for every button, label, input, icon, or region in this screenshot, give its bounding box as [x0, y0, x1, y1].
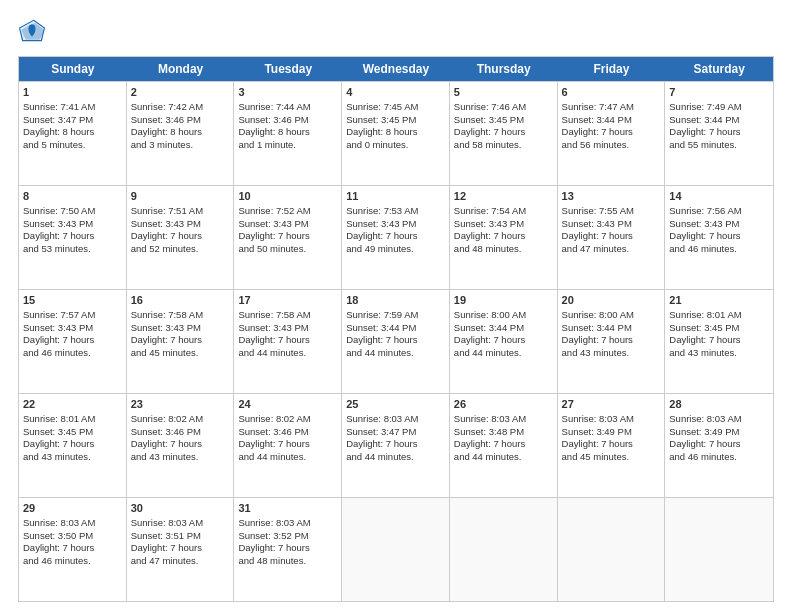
day-number: 2 — [131, 85, 230, 100]
calendar-row: 8Sunrise: 7:50 AMSunset: 3:43 PMDaylight… — [19, 185, 773, 289]
day-number: 10 — [238, 189, 337, 204]
day-info-line: Daylight: 7 hours — [23, 542, 122, 555]
day-info-line: Sunrise: 7:54 AM — [454, 205, 553, 218]
day-info-line: Sunrise: 7:41 AM — [23, 101, 122, 114]
day-number: 1 — [23, 85, 122, 100]
calendar-cell: 21Sunrise: 8:01 AMSunset: 3:45 PMDayligh… — [665, 290, 773, 393]
day-info-line: Daylight: 7 hours — [562, 438, 661, 451]
day-number: 15 — [23, 293, 122, 308]
calendar-row: 15Sunrise: 7:57 AMSunset: 3:43 PMDayligh… — [19, 289, 773, 393]
day-info-line: Sunrise: 7:55 AM — [562, 205, 661, 218]
day-info-line: Sunset: 3:43 PM — [131, 218, 230, 231]
day-info-line: Daylight: 8 hours — [346, 126, 445, 139]
weekday-header: Monday — [127, 57, 235, 81]
weekday-header: Thursday — [450, 57, 558, 81]
day-info-line: Sunrise: 8:02 AM — [131, 413, 230, 426]
day-number: 22 — [23, 397, 122, 412]
day-info-line: Sunrise: 7:57 AM — [23, 309, 122, 322]
day-info-line: Sunset: 3:46 PM — [238, 426, 337, 439]
day-info-line: and 45 minutes. — [562, 451, 661, 464]
weekday-header: Sunday — [19, 57, 127, 81]
day-number: 11 — [346, 189, 445, 204]
calendar-cell: 31Sunrise: 8:03 AMSunset: 3:52 PMDayligh… — [234, 498, 342, 601]
day-info-line: Daylight: 7 hours — [669, 126, 769, 139]
day-info-line: Daylight: 7 hours — [131, 438, 230, 451]
calendar-cell: 1Sunrise: 7:41 AMSunset: 3:47 PMDaylight… — [19, 82, 127, 185]
day-info-line: and 46 minutes. — [23, 555, 122, 568]
day-number: 5 — [454, 85, 553, 100]
day-number: 8 — [23, 189, 122, 204]
day-info-line: Daylight: 7 hours — [454, 334, 553, 347]
day-info-line: and 43 minutes. — [131, 451, 230, 464]
calendar-cell: 13Sunrise: 7:55 AMSunset: 3:43 PMDayligh… — [558, 186, 666, 289]
day-info-line: and 47 minutes. — [562, 243, 661, 256]
calendar-cell: 11Sunrise: 7:53 AMSunset: 3:43 PMDayligh… — [342, 186, 450, 289]
day-number: 16 — [131, 293, 230, 308]
day-info-line: Daylight: 7 hours — [131, 334, 230, 347]
day-info-line: Sunrise: 7:47 AM — [562, 101, 661, 114]
day-info-line: and 58 minutes. — [454, 139, 553, 152]
day-info-line: Sunset: 3:43 PM — [562, 218, 661, 231]
day-number: 9 — [131, 189, 230, 204]
calendar: SundayMondayTuesdayWednesdayThursdayFrid… — [18, 56, 774, 602]
day-info-line: Sunset: 3:46 PM — [131, 426, 230, 439]
day-number: 24 — [238, 397, 337, 412]
day-info-line: Sunrise: 7:46 AM — [454, 101, 553, 114]
day-info-line: Sunset: 3:46 PM — [238, 114, 337, 127]
day-info-line: and 46 minutes. — [23, 347, 122, 360]
calendar-header: SundayMondayTuesdayWednesdayThursdayFrid… — [19, 57, 773, 81]
day-info-line: Sunset: 3:43 PM — [23, 322, 122, 335]
day-info-line: Sunrise: 7:58 AM — [238, 309, 337, 322]
day-info-line: Sunset: 3:44 PM — [562, 322, 661, 335]
calendar-cell: 12Sunrise: 7:54 AMSunset: 3:43 PMDayligh… — [450, 186, 558, 289]
day-info-line: Daylight: 7 hours — [454, 230, 553, 243]
day-number: 25 — [346, 397, 445, 412]
day-info-line: Sunrise: 7:49 AM — [669, 101, 769, 114]
day-number: 12 — [454, 189, 553, 204]
calendar-cell: 20Sunrise: 8:00 AMSunset: 3:44 PMDayligh… — [558, 290, 666, 393]
day-info-line: Daylight: 7 hours — [346, 438, 445, 451]
day-info-line: Sunset: 3:47 PM — [346, 426, 445, 439]
day-number: 21 — [669, 293, 769, 308]
day-info-line: and 44 minutes. — [346, 451, 445, 464]
day-info-line: Sunset: 3:44 PM — [669, 114, 769, 127]
day-info-line: Sunset: 3:49 PM — [669, 426, 769, 439]
calendar-cell: 5Sunrise: 7:46 AMSunset: 3:45 PMDaylight… — [450, 82, 558, 185]
day-info-line: and 0 minutes. — [346, 139, 445, 152]
day-info-line: Sunset: 3:45 PM — [454, 114, 553, 127]
calendar-cell — [342, 498, 450, 601]
day-info-line: and 49 minutes. — [346, 243, 445, 256]
day-info-line: Sunrise: 7:59 AM — [346, 309, 445, 322]
calendar-body: 1Sunrise: 7:41 AMSunset: 3:47 PMDaylight… — [19, 81, 773, 601]
day-info-line: Sunrise: 8:01 AM — [23, 413, 122, 426]
day-info-line: and 48 minutes. — [454, 243, 553, 256]
calendar-cell: 14Sunrise: 7:56 AMSunset: 3:43 PMDayligh… — [665, 186, 773, 289]
day-info-line: Sunset: 3:44 PM — [346, 322, 445, 335]
calendar-cell: 28Sunrise: 8:03 AMSunset: 3:49 PMDayligh… — [665, 394, 773, 497]
day-number: 13 — [562, 189, 661, 204]
day-info-line: Daylight: 7 hours — [131, 230, 230, 243]
day-info-line: and 5 minutes. — [23, 139, 122, 152]
day-info-line: Daylight: 7 hours — [238, 438, 337, 451]
day-info-line: and 43 minutes. — [23, 451, 122, 464]
calendar-cell: 23Sunrise: 8:02 AMSunset: 3:46 PMDayligh… — [127, 394, 235, 497]
day-info-line: and 52 minutes. — [131, 243, 230, 256]
day-info-line: and 46 minutes. — [669, 451, 769, 464]
day-info-line: and 43 minutes. — [562, 347, 661, 360]
calendar-cell: 19Sunrise: 8:00 AMSunset: 3:44 PMDayligh… — [450, 290, 558, 393]
day-info-line: Sunset: 3:44 PM — [562, 114, 661, 127]
calendar-cell: 30Sunrise: 8:03 AMSunset: 3:51 PMDayligh… — [127, 498, 235, 601]
day-info-line: Sunrise: 7:45 AM — [346, 101, 445, 114]
calendar-cell: 16Sunrise: 7:58 AMSunset: 3:43 PMDayligh… — [127, 290, 235, 393]
calendar-cell: 3Sunrise: 7:44 AMSunset: 3:46 PMDaylight… — [234, 82, 342, 185]
calendar-cell: 22Sunrise: 8:01 AMSunset: 3:45 PMDayligh… — [19, 394, 127, 497]
calendar-cell: 7Sunrise: 7:49 AMSunset: 3:44 PMDaylight… — [665, 82, 773, 185]
day-info-line: and 43 minutes. — [669, 347, 769, 360]
day-info-line: Daylight: 8 hours — [238, 126, 337, 139]
day-info-line: Sunrise: 7:50 AM — [23, 205, 122, 218]
day-number: 27 — [562, 397, 661, 412]
day-number: 23 — [131, 397, 230, 412]
day-info-line: Sunset: 3:46 PM — [131, 114, 230, 127]
day-info-line: Sunset: 3:49 PM — [562, 426, 661, 439]
day-number: 3 — [238, 85, 337, 100]
